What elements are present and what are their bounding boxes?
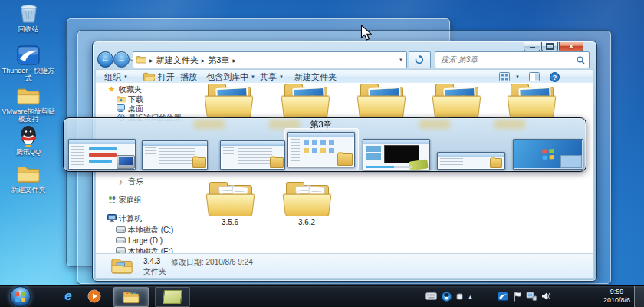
taskbar-clock[interactable]: 9:59 2010/8/6: [603, 288, 630, 305]
sidebar-item-computer[interactable]: 计算机: [96, 213, 192, 223]
thumbnail-sidebar-lines: [145, 147, 156, 166]
desktop-icon-qq[interactable]: 腾讯QQ: [2, 125, 55, 156]
thumbnail-titlebar: [69, 140, 135, 144]
breadcrumb-item-current[interactable]: 第3章: [208, 54, 229, 66]
desktop-icon-recycle-bin[interactable]: 回收站: [2, 2, 55, 33]
breadcrumb-separator: ▶: [202, 58, 205, 63]
thumbnail-sidebar-lines: [71, 146, 84, 166]
explorer-folder-icon: [123, 291, 140, 304]
computer-icon: [107, 214, 117, 223]
sidebar-item-label: 本地磁盘 (C:): [128, 225, 173, 236]
thumbnail-file-list: [159, 148, 195, 165]
address-bar[interactable]: ▶ 新建文件夹 ▶ 第3章 ▶ ▼: [133, 51, 407, 68]
internet-explorer-icon: e: [64, 289, 71, 304]
desktop-icon-label: 腾讯QQ: [2, 148, 55, 156]
input-method-icon[interactable]: [426, 292, 437, 300]
search-placeholder: 搜索 第3章: [441, 54, 478, 65]
taskbar-media-player-button[interactable]: [84, 287, 104, 305]
toolbar-organize[interactable]: 组织▼: [101, 70, 131, 84]
details-pane: 3.4.3 修改日期: 2010/8/6 9:24 文件夹: [95, 253, 594, 279]
sidebar-item-homegroup[interactable]: 家庭组: [96, 195, 192, 205]
folder-item[interactable]: [435, 83, 478, 118]
volume-icon[interactable]: [541, 292, 551, 301]
selected-item-name: 3.4.3: [143, 257, 160, 266]
start-button[interactable]: [10, 286, 31, 307]
preview-pane-button[interactable]: [526, 70, 546, 84]
sidebar-item-favorites[interactable]: ★ 收藏夹: [96, 84, 192, 94]
thunder-icon: [2, 44, 55, 65]
thunder-tray-icon[interactable]: [498, 292, 508, 301]
toolbar-play[interactable]: 播放: [177, 70, 200, 84]
drive-capacity-bar: [89, 154, 117, 157]
taskbar-ie-button[interactable]: e: [58, 287, 78, 305]
folder-item[interactable]: [510, 83, 553, 118]
breadcrumb-separator: ▶: [150, 58, 153, 63]
thumbnail-small-explorer-window[interactable]: [437, 152, 505, 170]
folder-mini-icon: [270, 157, 284, 168]
homegroup-icon: [107, 196, 117, 205]
thumbnail-playlist-item: [366, 146, 381, 152]
folder-item-3-6-2[interactable]: [285, 181, 328, 216]
thumbnail-titlebar: [288, 133, 354, 137]
blurred-folder-ghost: [194, 120, 225, 129]
blurred-folder-ghost: [419, 120, 450, 129]
command-toolbar: 组织▼ 打开 播放 包含到库中▼ 共享▼ 新建文件夹 ▼: [95, 69, 594, 84]
thumbnail-titlebar: [363, 140, 429, 144]
folder-icon: [2, 163, 55, 184]
toolbar-include-in-library[interactable]: 包含到库中▼: [203, 70, 258, 84]
thumbnail-explorer-window[interactable]: [220, 140, 285, 170]
sidebar-item-label: Large (D:): [128, 236, 163, 245]
refresh-button[interactable]: [409, 51, 431, 68]
thumbnail-title: 第3章: [284, 119, 357, 130]
folder-item[interactable]: [360, 83, 402, 118]
desktop-icon-new-folder[interactable]: 新建文件夹: [2, 163, 55, 193]
thumbnail-chapter3-window[interactable]: [288, 132, 355, 167]
thumbnail-desktop-preview[interactable]: [513, 139, 583, 170]
show-hidden-icons-arrow[interactable]: ▲: [468, 294, 473, 299]
refresh-icon: [415, 55, 424, 64]
minimize-button[interactable]: [524, 42, 540, 51]
folder-item[interactable]: [284, 83, 327, 118]
taskbar-preview-strip: 第3章: [63, 117, 586, 172]
close-button[interactable]: ×: [559, 42, 583, 51]
action-center-flag-icon[interactable]: [513, 292, 521, 302]
breadcrumb-item-root[interactable]: 新建文件夹: [156, 54, 199, 66]
desktop: 回收站 Thunder - 快捷方式 VMware拖放剪贴板支持 腾讯QQ 新建…: [0, 0, 644, 307]
desktop-icon-vmware[interactable]: VMware拖放剪贴板支持: [2, 84, 55, 123]
taskbar-explorer-button[interactable]: [113, 287, 149, 307]
back-button[interactable]: ←: [97, 51, 113, 68]
downloads-folder-icon: [116, 95, 126, 104]
change-view-button[interactable]: ▼: [496, 70, 523, 84]
thumbnail-file-list: [238, 148, 272, 165]
thumbnail-explorer-window[interactable]: [142, 140, 208, 170]
mouse-cursor: [360, 25, 372, 41]
help-button[interactable]: ?: [547, 70, 566, 84]
thumbnail-sidebar-lines: [291, 139, 300, 163]
toolbar-open[interactable]: 打开: [140, 70, 178, 84]
network-icon[interactable]: [526, 292, 537, 301]
address-dropdown-arrow[interactable]: ▼: [399, 58, 403, 62]
folder-mini-icon: [490, 158, 502, 168]
windows-flag-icon: [15, 292, 26, 302]
recycle-bin-icon: [2, 2, 55, 24]
forward-button[interactable]: →: [113, 51, 130, 68]
search-input[interactable]: 搜索 第3章: [435, 51, 590, 68]
qq-tray-icon[interactable]: [442, 292, 452, 302]
toolbar-share[interactable]: 共享▼: [257, 70, 287, 84]
maximize-button[interactable]: [541, 42, 558, 51]
tray-misc-icon[interactable]: [456, 293, 463, 300]
folder-label: 3.6.2: [285, 218, 328, 226]
toolbar-new-folder[interactable]: 新建文件夹: [291, 70, 340, 84]
desktop-icon-thunder[interactable]: Thunder - 快捷方式: [2, 44, 55, 82]
show-desktop-button[interactable]: [634, 286, 644, 307]
thumbnail-media-player-window[interactable]: [363, 139, 430, 170]
folder-item[interactable]: [207, 83, 250, 118]
selected-item-modified: 修改日期: 2010/8/6 9:24: [171, 257, 253, 268]
taskbar-notes-button[interactable]: [155, 287, 190, 307]
thumbnail-playlist-item: [366, 154, 381, 160]
thumbnail-green-note: [409, 159, 428, 170]
desktop-icon-label: Thunder - 快捷方式: [2, 67, 55, 82]
folder-label: 3.5.6: [209, 218, 251, 226]
folder-item-3-5-6[interactable]: [209, 181, 251, 216]
thumbnail-computer-window[interactable]: [68, 139, 136, 170]
